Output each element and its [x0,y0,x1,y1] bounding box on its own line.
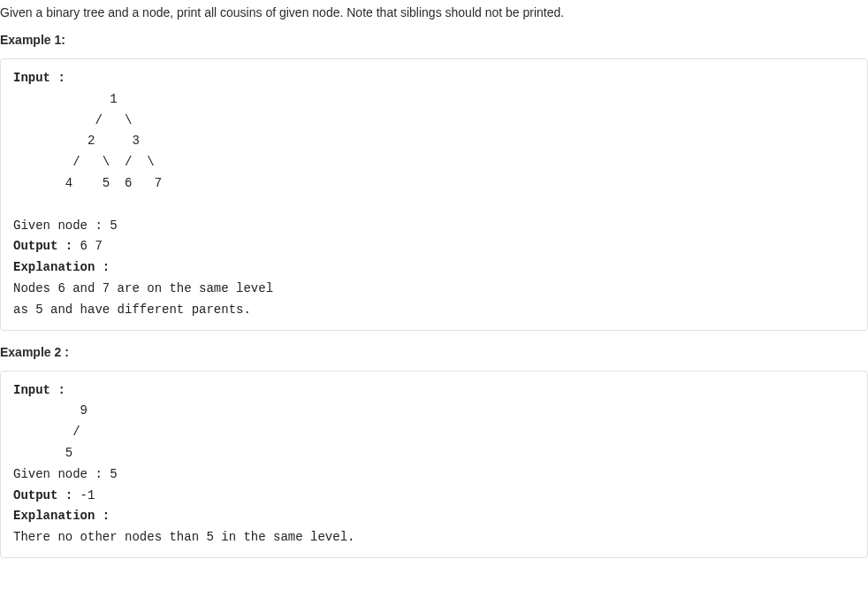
input-label: Input : [13,71,65,85]
explanation-label: Explanation : [13,260,110,274]
explanation-text: as 5 and have different parents. [13,303,251,317]
output-label: Output : [13,488,72,502]
tree-diagram-line: / \ / \ [13,155,155,169]
output-value: 6 7 [72,239,103,253]
explanation-text: There no other nodes than 5 in the same … [13,530,354,544]
problem-container: Given a binary tree and a node, print al… [0,0,868,558]
example1-heading: Example 1: [0,31,868,50]
problem-statement: Given a binary tree and a node, print al… [0,4,868,22]
output-value: -1 [72,488,95,502]
explanation-label: Explanation : [13,509,110,523]
example2-heading: Example 2 : [0,343,868,362]
output-label: Output : [13,239,72,253]
tree-diagram-line: 1 [13,92,118,106]
tree-diagram-line: / [13,425,80,439]
input-label: Input : [13,383,65,397]
tree-diagram-line: 2 3 [13,134,140,148]
example2-codeblock: Input : 9 / 5 Given node : 5 Output : -1… [0,371,868,558]
tree-diagram-line: 5 [13,446,72,460]
given-node-line: Given node : 5 [13,218,118,233]
tree-diagram-line: / \ [13,113,132,127]
tree-diagram-line: 9 [13,403,88,418]
explanation-text: Nodes 6 and 7 are on the same level [13,281,280,295]
tree-diagram-line: 4 5 6 7 [13,176,162,190]
example1-codeblock: Input : 1 / \ 2 3 / \ / \ 4 5 6 7 Given … [0,58,868,331]
given-node-line: Given node : 5 [13,467,118,481]
